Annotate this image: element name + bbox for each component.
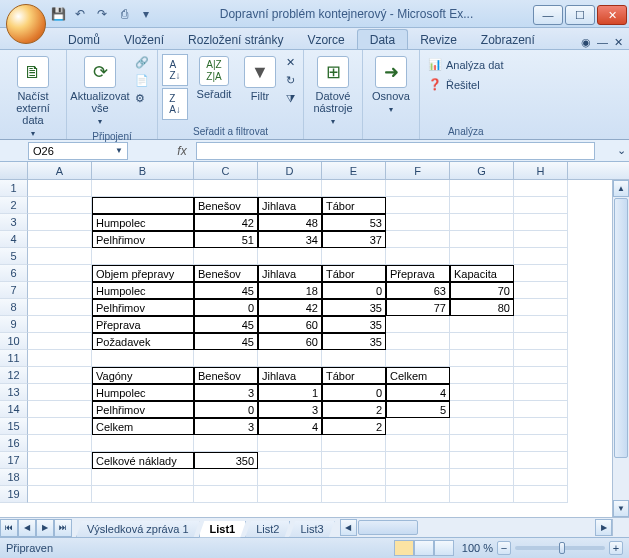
cell-D18[interactable] (258, 469, 322, 486)
cell-D1[interactable] (258, 180, 322, 197)
cell-F1[interactable] (386, 180, 450, 197)
cell-H11[interactable] (514, 350, 568, 367)
row-header-9[interactable]: 9 (0, 316, 28, 333)
row-header-12[interactable]: 12 (0, 367, 28, 384)
cell-F15[interactable] (386, 418, 450, 435)
chevron-down-icon[interactable]: ▼ (115, 146, 123, 155)
cell-H9[interactable] (514, 316, 568, 333)
row-header-19[interactable]: 19 (0, 486, 28, 503)
row-header-6[interactable]: 6 (0, 265, 28, 282)
cell-D10[interactable]: 60 (258, 333, 322, 350)
cell-E16[interactable] (322, 435, 386, 452)
cell-B11[interactable] (92, 350, 194, 367)
minimize-button[interactable]: — (533, 5, 563, 25)
outline-button[interactable]: ➜ Osnova ▾ (367, 54, 415, 118)
sort-button[interactable]: A|ZZ|A Seřadit (190, 54, 238, 102)
cell-C5[interactable] (194, 248, 258, 265)
cell-A13[interactable] (28, 384, 92, 401)
cell-D9[interactable]: 60 (258, 316, 322, 333)
cell-G5[interactable] (450, 248, 514, 265)
cell-B15[interactable]: Celkem (92, 418, 194, 435)
cell-A8[interactable] (28, 299, 92, 316)
row-header-17[interactable]: 17 (0, 452, 28, 469)
zoom-in-button[interactable]: + (609, 541, 623, 555)
row-header-3[interactable]: 3 (0, 214, 28, 231)
cell-D14[interactable]: 3 (258, 401, 322, 418)
cell-G3[interactable] (450, 214, 514, 231)
tab-view[interactable]: Zobrazení (469, 30, 547, 49)
cell-F6[interactable]: Přeprava (386, 265, 450, 282)
row-header-4[interactable]: 4 (0, 231, 28, 248)
cell-C11[interactable] (194, 350, 258, 367)
fx-button[interactable]: fx (172, 144, 192, 158)
cell-F5[interactable] (386, 248, 450, 265)
get-external-data-button[interactable]: 🗎 Načíst externí data ▾ (4, 54, 62, 142)
office-button[interactable] (6, 4, 46, 44)
cell-C3[interactable]: 42 (194, 214, 258, 231)
cell-B9[interactable]: Přeprava (92, 316, 194, 333)
sheet-tab-2[interactable]: List2 (245, 521, 290, 538)
row-header-11[interactable]: 11 (0, 350, 28, 367)
view-normal-button[interactable] (394, 540, 414, 556)
cell-F19[interactable] (386, 486, 450, 503)
cell-B14[interactable]: Pelhřimov (92, 401, 194, 418)
tab-formulas[interactable]: Vzorce (295, 30, 356, 49)
cell-D11[interactable] (258, 350, 322, 367)
cell-B6[interactable]: Objem přepravy (92, 265, 194, 282)
tab-data[interactable]: Data (357, 29, 408, 49)
redo-icon[interactable]: ↷ (94, 6, 110, 22)
cell-C14[interactable]: 0 (194, 401, 258, 418)
cell-B5[interactable] (92, 248, 194, 265)
tab-layout[interactable]: Rozložení stránky (176, 30, 295, 49)
col-header-E[interactable]: E (322, 162, 386, 179)
refresh-all-button[interactable]: ⟳ Aktualizovat vše ▾ (71, 54, 129, 130)
cell-A3[interactable] (28, 214, 92, 231)
expand-formula-bar-icon[interactable]: ⌄ (613, 144, 629, 157)
cell-E13[interactable]: 0 (322, 384, 386, 401)
cell-A4[interactable] (28, 231, 92, 248)
tab-review[interactable]: Revize (408, 30, 469, 49)
cell-G6[interactable]: Kapacita (450, 265, 514, 282)
cell-A10[interactable] (28, 333, 92, 350)
col-header-H[interactable]: H (514, 162, 568, 179)
cell-C12[interactable]: Benešov (194, 367, 258, 384)
col-header-C[interactable]: C (194, 162, 258, 179)
row-header-10[interactable]: 10 (0, 333, 28, 350)
cell-G15[interactable] (450, 418, 514, 435)
close-button[interactable]: ✕ (597, 5, 627, 25)
cell-B4[interactable]: Pelhřimov (92, 231, 194, 248)
cell-H19[interactable] (514, 486, 568, 503)
cell-G10[interactable] (450, 333, 514, 350)
row-header-7[interactable]: 7 (0, 282, 28, 299)
cell-B2[interactable] (92, 197, 194, 214)
cell-F4[interactable] (386, 231, 450, 248)
properties-icon[interactable]: 📄 (131, 72, 153, 89)
cell-A11[interactable] (28, 350, 92, 367)
cell-A9[interactable] (28, 316, 92, 333)
cell-D15[interactable]: 4 (258, 418, 322, 435)
row-header-5[interactable]: 5 (0, 248, 28, 265)
ribbon-close-icon[interactable]: ✕ (614, 36, 623, 49)
cell-F9[interactable] (386, 316, 450, 333)
save-icon[interactable]: 💾 (50, 6, 66, 22)
view-page-break-button[interactable] (434, 540, 454, 556)
cell-H5[interactable] (514, 248, 568, 265)
cell-C17[interactable]: 350 (194, 452, 258, 469)
zoom-slider-knob[interactable] (559, 542, 565, 554)
cell-B17[interactable]: Celkové náklady (92, 452, 194, 469)
cell-H18[interactable] (514, 469, 568, 486)
cell-F18[interactable] (386, 469, 450, 486)
horizontal-scrollbar[interactable]: ◀ ▶ (340, 519, 612, 536)
cell-G12[interactable] (450, 367, 514, 384)
tab-nav-first[interactable]: ⏮ (0, 519, 18, 537)
cell-B12[interactable]: Vagóny (92, 367, 194, 384)
cell-B10[interactable]: Požadavek (92, 333, 194, 350)
formula-input[interactable] (196, 142, 595, 160)
cell-A6[interactable] (28, 265, 92, 282)
cell-D6[interactable]: Jihlava (258, 265, 322, 282)
cell-B13[interactable]: Humpolec (92, 384, 194, 401)
cell-C4[interactable]: 51 (194, 231, 258, 248)
col-header-F[interactable]: F (386, 162, 450, 179)
cell-F10[interactable] (386, 333, 450, 350)
cell-H2[interactable] (514, 197, 568, 214)
